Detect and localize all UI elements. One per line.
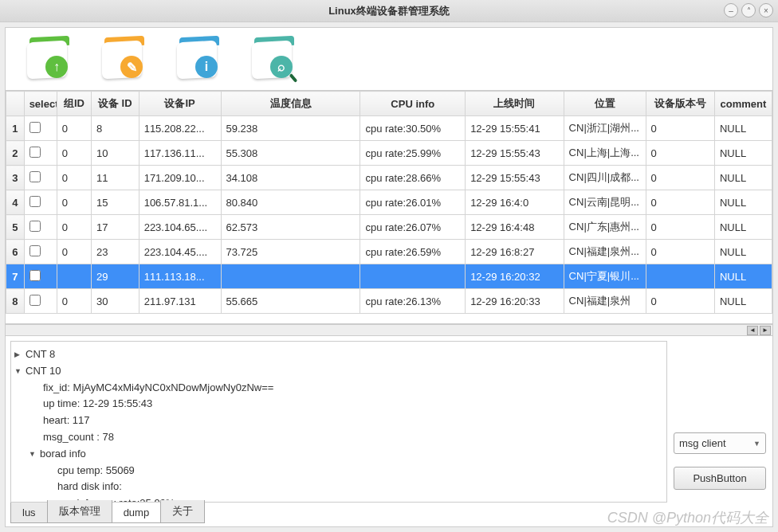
tab-lus[interactable]: lus	[10, 503, 48, 523]
cell-version: 0	[646, 116, 714, 141]
table-row[interactable]: 5017223.104.65....62.573cpu rate:26.07%1…	[6, 215, 772, 240]
tree-node-cnt10[interactable]: ▼CNT 10	[14, 363, 663, 380]
table-row[interactable]: 8030211.97.13155.665cpu rate:26.13%12-29…	[6, 289, 772, 314]
cell-cpu: cpu rate:26.59%	[360, 240, 466, 264]
cell-device-id: 11	[91, 166, 139, 190]
tree-leaf-msgcount[interactable]: msg_count : 78	[14, 429, 663, 446]
cell-device-id: 10	[91, 141, 139, 166]
table-row[interactable]: 3011171.209.10...34.108cpu rate:28.66%12…	[6, 166, 772, 190]
cell-comment: NULL	[714, 264, 772, 289]
cell-device-id: 23	[91, 240, 139, 264]
cell-ip: 111.113.18...	[139, 264, 221, 289]
chevron-down-icon: ▼	[14, 366, 22, 377]
cell-cpu: cpu rate:28.66%	[360, 166, 466, 190]
row-checkbox[interactable]	[29, 171, 41, 182]
table-row[interactable]: 4015106.57.81.1...80.840cpu rate:26.01%1…	[6, 190, 772, 215]
cell-time: 12-29 15:55:43	[466, 166, 564, 190]
upload-button[interactable]: ↑	[22, 37, 73, 81]
cell-version: 0	[646, 289, 714, 314]
cell-select[interactable]	[24, 141, 57, 166]
col-comment[interactable]: comment	[714, 92, 772, 116]
col-device-id[interactable]: 设备 ID	[91, 92, 139, 116]
row-checkbox[interactable]	[29, 221, 41, 232]
col-version[interactable]: 设备版本号	[646, 92, 714, 116]
row-number: 2	[6, 141, 25, 166]
cell-cpu: cpu rate:26.07%	[360, 215, 466, 240]
cell-location: CN|云南|昆明...	[564, 190, 646, 215]
tree-leaf-harddisk[interactable]: hard disk info:	[14, 479, 663, 495]
scroll-left-icon[interactable]: ◄	[747, 326, 758, 335]
table-row[interactable]: 729111.113.18...12-29 16:20:32CN|宁夏|银川..…	[6, 264, 772, 289]
cell-select[interactable]	[24, 166, 57, 190]
tree-node-cnt8[interactable]: ▶CNT 8	[14, 346, 663, 363]
row-number: 4	[6, 190, 25, 215]
tree-leaf-heart[interactable]: heart: 117	[14, 413, 663, 429]
row-checkbox[interactable]	[29, 270, 41, 281]
tree-leaf-uptime[interactable]: up time: 12-29 15:55:43	[14, 396, 663, 413]
pencil-icon: ✎	[120, 56, 143, 78]
cell-version: 0	[646, 240, 714, 264]
cell-version: 0	[646, 166, 714, 190]
scroll-right-icon[interactable]: ►	[760, 326, 771, 335]
edit-button[interactable]: ✎	[96, 37, 147, 81]
tab-version[interactable]: 版本管理	[47, 500, 112, 523]
cell-comment: NULL	[714, 141, 772, 166]
cell-select[interactable]	[24, 190, 57, 215]
push-button[interactable]: PushButton	[674, 467, 766, 490]
cell-select[interactable]	[24, 289, 57, 314]
cell-cpu	[360, 264, 466, 289]
col-group-id[interactable]: 组ID	[57, 92, 91, 116]
cell-cpu: cpu rate:30.50%	[360, 116, 466, 141]
col-uptime[interactable]: 上线时间	[466, 92, 564, 116]
minimize-button[interactable]: –	[724, 3, 738, 18]
cell-select[interactable]	[24, 116, 57, 141]
tree-leaf-cputemp[interactable]: cpu temp: 55069	[14, 463, 663, 479]
col-temp[interactable]: 温度信息	[221, 92, 360, 116]
info-button[interactable]: i	[171, 37, 222, 81]
detail-tree[interactable]: ▶CNT 8 ▼CNT 10 fix_id: MjAyMC4xMi4yNC0xN…	[10, 341, 667, 503]
toolbar: ↑ ✎ i ⌕	[6, 28, 772, 90]
cell-select[interactable]	[24, 240, 57, 264]
msg-client-combo[interactable]: msg client ▼	[674, 432, 766, 454]
row-checkbox[interactable]	[29, 295, 41, 306]
cell-comment: NULL	[714, 190, 772, 215]
cell-comment: NULL	[714, 166, 772, 190]
upload-icon: ↑	[45, 56, 68, 78]
table-row[interactable]: 2010117.136.11...55.308cpu rate:25.99%12…	[6, 141, 772, 166]
cell-select[interactable]	[24, 264, 57, 289]
titlebar: Linux终端设备群管理系统 – ˄ ×	[0, 0, 778, 22]
tab-dump[interactable]: dump	[112, 503, 162, 523]
table-row[interactable]: 108115.208.22...59.238cpu rate:30.50%12-…	[6, 116, 772, 141]
cell-ip: 115.208.22...	[139, 116, 221, 141]
col-device-ip[interactable]: 设备IP	[139, 92, 221, 116]
cell-temp	[221, 264, 360, 289]
device-table[interactable]: select 组ID 设备 ID 设备IP 温度信息 CPU info 上线时间…	[6, 90, 772, 324]
col-location[interactable]: 位置	[564, 92, 646, 116]
tab-about[interactable]: 关于	[160, 500, 205, 523]
table-row[interactable]: 6023223.104.45....73.725cpu rate:26.59%1…	[6, 240, 772, 264]
tree-leaf-fixid[interactable]: fix_id: MjAyMC4xMi4yNC0xNDowMjowNy0zNw==	[14, 380, 663, 397]
info-icon: i	[195, 56, 218, 78]
cell-location: CN|广东|惠州...	[564, 215, 646, 240]
col-select[interactable]: select	[24, 92, 57, 116]
chevron-down-icon: ▼	[29, 448, 37, 460]
window-title: Linux终端设备群管理系统	[328, 4, 450, 18]
col-cpu[interactable]: CPU info	[360, 92, 466, 116]
close-button[interactable]: ×	[759, 3, 773, 18]
cell-time: 12-29 16:20:32	[466, 264, 564, 289]
horizontal-scrollbar[interactable]: ◄ ►	[6, 324, 772, 335]
row-checkbox[interactable]	[29, 122, 41, 133]
cell-group-id: 0	[57, 240, 91, 264]
row-checkbox[interactable]	[29, 245, 41, 256]
row-checkbox[interactable]	[29, 147, 41, 158]
cell-version	[646, 264, 714, 289]
cell-select[interactable]	[24, 215, 57, 240]
tree-node-board[interactable]: ▼borad info	[14, 446, 663, 463]
cell-device-id: 30	[91, 289, 139, 314]
row-checkbox[interactable]	[29, 196, 41, 207]
maximize-button[interactable]: ˄	[741, 3, 756, 18]
cell-temp: 34.108	[221, 166, 360, 190]
cell-device-id: 17	[91, 215, 139, 240]
search-button[interactable]: ⌕	[246, 37, 297, 81]
cell-device-id: 15	[91, 190, 139, 215]
